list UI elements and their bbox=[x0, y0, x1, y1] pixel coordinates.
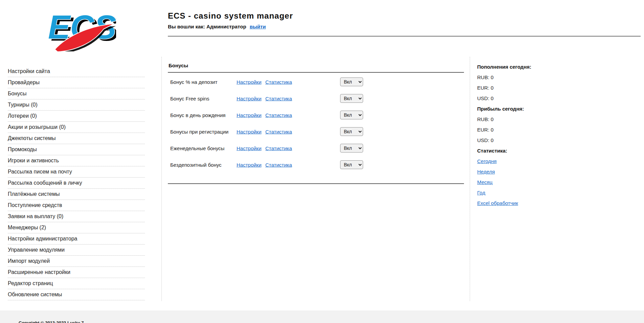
sidebar-item[interactable]: Бонусы bbox=[8, 88, 145, 99]
sidebar-item[interactable]: Рассылка сообщений в личку bbox=[8, 178, 145, 189]
bonus-label: Еженедельные бонусы bbox=[170, 145, 224, 151]
sidebar-item[interactable]: Турниры (0) bbox=[8, 99, 145, 111]
deposit-value: RUB: 0 bbox=[477, 72, 572, 83]
profit-today-heading: Прибыль сегодня: bbox=[477, 103, 572, 114]
bonus-label: Бонусы при регистрации bbox=[170, 129, 228, 134]
bonus-row: Бонус в день рожденияНастройкиСтатистика… bbox=[168, 107, 464, 123]
sidebar-item[interactable]: Провайдеры bbox=[8, 77, 145, 88]
bonus-toggle-select[interactable]: Вкл bbox=[340, 144, 363, 153]
sidebar-item[interactable]: Поступление средств bbox=[8, 200, 145, 211]
header-divider bbox=[168, 36, 641, 37]
section-bottom-rule bbox=[168, 183, 464, 184]
section-heading: Бонусы bbox=[168, 63, 464, 68]
stats-period-link[interactable]: Год bbox=[477, 190, 485, 195]
bonus-row: Бонус Free spinsНастройкиСтатистикаВкл bbox=[168, 90, 464, 107]
sidebar-item[interactable]: Игроки и активность bbox=[8, 155, 145, 166]
deposit-value: EUR: 0 bbox=[477, 83, 572, 93]
settings-link[interactable]: Настройки bbox=[237, 145, 262, 151]
page-title: ECS - casino system manager bbox=[168, 11, 293, 21]
right-content-divider bbox=[470, 57, 470, 301]
bonus-row: Бонусы при регистрацииНастройкиСтатистик… bbox=[168, 123, 464, 140]
sidebar-item[interactable]: Рассылка писем на почту bbox=[8, 166, 145, 178]
left-content-divider bbox=[161, 57, 162, 301]
sidebar-item[interactable]: Промокоды bbox=[8, 144, 145, 155]
sidebar-item[interactable]: Заявки на выплату (0) bbox=[8, 211, 145, 222]
bonus-label: Бонус Free spins bbox=[170, 95, 209, 101]
bonus-label: Бездепозитный бонус bbox=[170, 162, 222, 167]
bonus-toggle-select[interactable]: Вкл bbox=[340, 127, 363, 136]
settings-link[interactable]: Настройки bbox=[237, 129, 262, 134]
sidebar-item[interactable]: Платёжные системы bbox=[8, 189, 145, 200]
profit-value: USD: 0 bbox=[477, 135, 572, 145]
bonuses-section: Бонусы Бонус % на депозитНастройкиСтатис… bbox=[168, 63, 464, 184]
bonus-toggle-select[interactable]: Вкл bbox=[340, 94, 363, 103]
sidebar-item[interactable]: Менеджеры (2) bbox=[8, 222, 145, 233]
sidebar-item[interactable]: Акции и розыгрыши (0) bbox=[8, 122, 145, 133]
settings-link[interactable]: Настройки bbox=[237, 95, 262, 101]
logout-link[interactable]: выйти bbox=[250, 24, 266, 29]
bonus-label: Бонус в день рождения bbox=[170, 112, 225, 118]
statistics-heading: Статистика: bbox=[477, 145, 572, 156]
statistics-link[interactable]: Статистика bbox=[265, 145, 292, 151]
sidebar-item[interactable]: Обновление системы bbox=[8, 289, 145, 300]
bonus-toggle-select[interactable]: Вкл bbox=[340, 160, 363, 169]
bonus-toggle-select[interactable]: Вкл bbox=[340, 111, 363, 119]
stats-period-link[interactable]: Месяц bbox=[477, 179, 492, 185]
stats-link-row: Год bbox=[477, 187, 572, 198]
bonus-row: Бездепозитный бонусНастройкиСтатистикаВк… bbox=[168, 156, 464, 173]
statistics-link[interactable]: Статистика bbox=[265, 129, 292, 134]
section-top-rule bbox=[168, 72, 464, 73]
sidebar-item[interactable]: Расширенные настройки bbox=[8, 267, 145, 278]
sidebar-item[interactable]: Импорт модулей bbox=[8, 256, 145, 267]
sidebar-item[interactable]: Управление модулями bbox=[8, 245, 145, 256]
settings-link[interactable]: Настройки bbox=[237, 112, 262, 118]
bonus-row: Еженедельные бонусыНастройкиСтатистикаВк… bbox=[168, 140, 464, 156]
settings-link[interactable]: Настройки bbox=[237, 162, 262, 167]
stats-panel: Пополнения сегодня: RUB: 0EUR: 0USD: 0 П… bbox=[477, 62, 572, 208]
login-status: Вы вошли как: Администратор выйти bbox=[168, 24, 293, 29]
bonus-label: Бонус % на депозит bbox=[170, 79, 217, 85]
copyright-text: Copyright © 2013-2023 Lucky 7 bbox=[19, 320, 84, 323]
settings-link[interactable]: Настройки bbox=[237, 79, 262, 85]
stats-period-link[interactable]: Неделя bbox=[477, 169, 495, 175]
footer: Copyright © 2013-2023 Lucky 7 bbox=[0, 310, 644, 323]
sidebar-nav: Настройки сайтаПровайдерыБонусыТурниры (… bbox=[8, 66, 145, 300]
sidebar-item[interactable]: Лотереи (0) bbox=[8, 111, 145, 122]
deposits-today-heading: Пополнения сегодня: bbox=[477, 62, 572, 72]
stats-link-row: Месяц bbox=[477, 177, 572, 187]
stats-link-row: Excel обработчик bbox=[477, 198, 572, 208]
profit-value: EUR: 0 bbox=[477, 124, 572, 135]
stats-link-row: Сегодня bbox=[477, 156, 572, 166]
sidebar-item[interactable]: Джекпоты системы bbox=[8, 133, 145, 144]
statistics-link[interactable]: Статистика bbox=[265, 162, 292, 167]
ecs-logo: ECS ECS bbox=[47, 7, 116, 51]
sidebar-item[interactable]: Редактор страниц bbox=[8, 278, 145, 289]
statistics-link[interactable]: Статистика bbox=[265, 95, 292, 101]
stats-link-row: Неделя bbox=[477, 166, 572, 177]
deposit-value: USD: 0 bbox=[477, 93, 572, 103]
bonus-toggle-select[interactable]: Вкл bbox=[340, 77, 363, 86]
login-status-text: Вы вошли как: Администратор bbox=[168, 24, 246, 29]
sidebar-item[interactable]: Настройки администратора bbox=[8, 233, 145, 245]
statistics-link[interactable]: Статистика bbox=[265, 79, 292, 85]
stats-period-link[interactable]: Сегодня bbox=[477, 158, 497, 164]
sidebar-item[interactable]: Настройки сайта bbox=[8, 66, 145, 77]
profit-value: RUB: 0 bbox=[477, 114, 572, 124]
bonus-row: Бонус % на депозитНастройкиСтатистикаВкл bbox=[168, 73, 464, 90]
statistics-link[interactable]: Статистика bbox=[265, 112, 292, 118]
stats-period-link[interactable]: Excel обработчик bbox=[477, 200, 518, 206]
